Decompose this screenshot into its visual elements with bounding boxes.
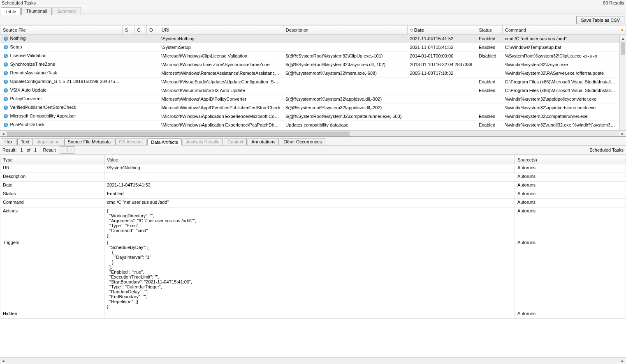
task-icon <box>3 79 9 85</box>
detail-col-sources[interactable]: Source(s) <box>515 155 626 164</box>
tab-source-file-metadata[interactable]: Source File Metadata <box>64 138 115 145</box>
task-icon <box>3 53 9 59</box>
tab-table[interactable]: Table <box>1 7 21 15</box>
result-count: 89 Results <box>603 0 624 5</box>
task-icon <box>3 70 9 76</box>
scroll-left-icon[interactable]: ◂ <box>0 131 7 137</box>
toolbar: Save Table as CSV <box>0 15 626 25</box>
tab-thumbnail[interactable]: Thumbnail <box>21 7 51 15</box>
table-row[interactable]: VSIX Auto Update\Microsoft\VisualStudio\… <box>0 86 626 95</box>
col-uri[interactable]: URI <box>159 25 283 35</box>
tab-other-occurrences[interactable]: Other Occurrences <box>280 138 325 145</box>
detail-scroll-left-icon[interactable]: ◂ <box>0 358 7 364</box>
task-icon <box>3 96 9 102</box>
col-command[interactable]: Command <box>503 25 618 35</box>
table-row[interactable]: VerifiedPublisherCertStoreCheckMicrosoft… <box>0 104 626 112</box>
detail-horizontal-scrollbar[interactable]: ◂ ▸ <box>0 357 626 364</box>
tab-hex[interactable]: Hex <box>1 138 16 145</box>
tab-summary: Summary <box>53 7 81 15</box>
task-icon <box>3 36 9 41</box>
detail-row[interactable]: HiddenAutoruns <box>0 310 626 319</box>
detail-row[interactable]: URI\System\NothingAutoruns <box>0 164 626 173</box>
tab-os-account: OS Account <box>115 138 146 145</box>
detail-row[interactable]: Triggers{ "ScheduleByDay": [ { "DaysInte… <box>0 239 626 310</box>
table-settings-icon <box>621 28 623 32</box>
detail-row[interactable]: Commandcmd /C "net user sus sus /add"Aut… <box>0 199 626 207</box>
next-result-button: → <box>67 146 74 154</box>
task-icon <box>3 88 9 93</box>
col-status[interactable]: Status <box>476 25 503 35</box>
detail-row[interactable]: Actions{ "WorkingDirectory": "", "Argume… <box>0 207 626 239</box>
table-row[interactable]: PolicyConverterMicrosoft\Windows\AppID\P… <box>0 95 626 104</box>
detail-row[interactable]: DescriptionAutoruns <box>0 173 626 182</box>
result-label: Result: <box>2 147 16 152</box>
table-row[interactable]: SynchronizeTimeZone\Microsoft\Windows\Ti… <box>0 60 626 69</box>
detail-row[interactable]: StatusEnabledAutoruns <box>0 190 626 199</box>
table-row[interactable]: UpdateConfiguration_S-1-5-21-3819158199-… <box>0 78 626 86</box>
result-nav-bar: Result: 1 of 1 Result ← → Scheduled Task… <box>0 145 626 155</box>
view-tabs: Table Thumbnail Summary <box>0 6 626 15</box>
result-total: 1 <box>34 147 37 152</box>
task-icon <box>3 122 9 128</box>
detail-table: Type Value Source(s) URI\System\NothingA… <box>0 155 626 319</box>
task-icon <box>3 105 9 111</box>
hscroll-thumb[interactable] <box>7 131 350 136</box>
col-c[interactable]: C <box>134 25 147 35</box>
vertical-scrollbar[interactable]: ▴ <box>619 35 626 130</box>
detail-scroll-right-icon[interactable]: ▸ <box>619 358 626 364</box>
tab-application: Application <box>34 138 63 145</box>
main-table-scroll[interactable]: Source File S C O URI Description ▽Date … <box>0 25 626 130</box>
title-bar: Scheduled Tasks 89 Results <box>0 0 626 6</box>
col-date[interactable]: ▽Date <box>407 25 476 35</box>
detail-col-value[interactable]: Value <box>104 155 515 164</box>
table-row[interactable]: License Validation\Microsoft\Windows\Cli… <box>0 52 626 60</box>
detail-row[interactable]: Date2021-11-04T15:41:52Autoruns <box>0 182 626 190</box>
content-viewer-tabs: Hex Text Application Source File Metadat… <box>0 137 626 145</box>
tab-analysis-results: Analysis Results <box>183 138 223 145</box>
table-row[interactable]: RemoteAssistanceTaskMicrosoft\Windows\Re… <box>0 69 626 78</box>
result-index: 1 <box>20 147 23 152</box>
tab-context: Context <box>224 138 247 145</box>
detail-panel[interactable]: Type Value Source(s) URI\System\NothingA… <box>0 155 626 357</box>
scroll-up-icon[interactable]: ▴ <box>620 35 626 41</box>
tab-annotations[interactable]: Annotations <box>248 138 279 145</box>
horizontal-scrollbar[interactable]: ◂ ▸ <box>0 130 626 137</box>
save-table-csv-button[interactable]: Save Table as CSV <box>576 16 624 24</box>
table-row[interactable]: Setup\System\Setup2021-11-04T15:41:52Ena… <box>0 43 626 52</box>
col-s[interactable]: S <box>122 25 134 35</box>
scroll-right-icon[interactable]: ▸ <box>619 131 626 137</box>
task-icon <box>3 44 9 50</box>
tab-data-artifacts[interactable]: Data Artifacts <box>147 138 181 145</box>
app-window: Scheduled Tasks 89 Results Table Thumbna… <box>0 0 626 364</box>
main-table: Source File S C O URI Description ▽Date … <box>0 25 626 130</box>
task-icon <box>3 113 9 119</box>
table-row[interactable]: PcaPatchDbTask\Microsoft\Windows\Applica… <box>0 121 626 129</box>
result-category-label: Scheduled Tasks <box>589 147 624 152</box>
table-row[interactable]: Nothing\System\Nothing2021-11-04T15:41:5… <box>0 35 626 43</box>
prev-result-button: ← <box>60 146 67 154</box>
col-description[interactable]: Description <box>283 25 407 35</box>
col-o[interactable]: O <box>147 25 159 35</box>
table-row[interactable]: Microsoft Compatibility Appraiser\Micros… <box>0 112 626 121</box>
task-icon <box>3 62 9 67</box>
col-settings[interactable] <box>618 25 626 35</box>
detail-col-type[interactable]: Type <box>0 155 104 164</box>
col-source-file[interactable]: Source File <box>0 25 123 35</box>
sort-descending-icon: ▽ <box>410 28 413 32</box>
tab-text[interactable]: Text <box>17 138 33 145</box>
window-title: Scheduled Tasks <box>2 0 36 5</box>
main-table-wrap: Source File S C O URI Description ▽Date … <box>0 25 626 137</box>
scrollbar-thumb[interactable] <box>621 42 625 55</box>
